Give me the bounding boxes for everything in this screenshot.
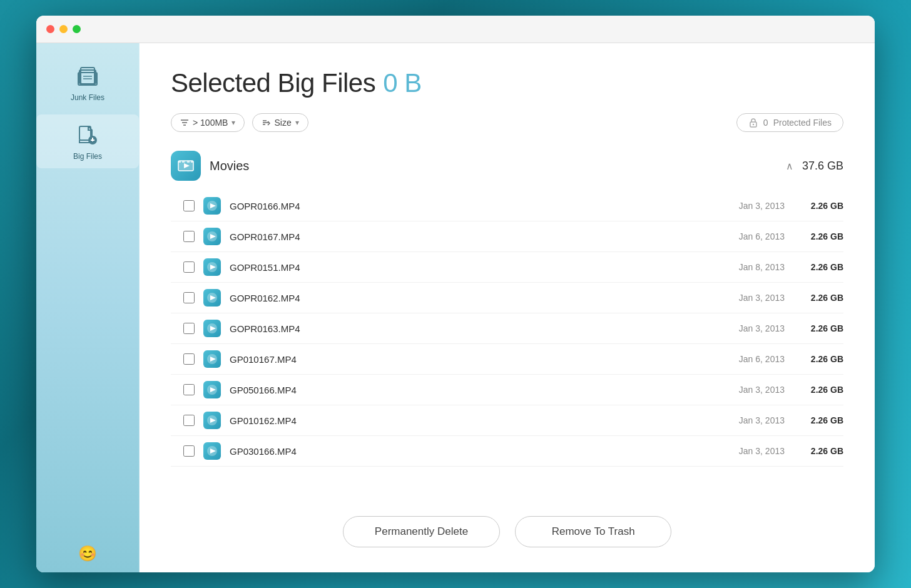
sort-chevron-icon: ▾ — [295, 118, 299, 127]
file-item: GOPR0166.MP4 Jan 3, 2013 2.26 GB — [171, 191, 843, 221]
file-checkbox-8[interactable] — [183, 445, 195, 457]
sort-label: Size — [274, 118, 291, 128]
protected-files-button[interactable]: 0 Protected Files — [736, 113, 843, 132]
file-item: GP010167.MP4 Jan 6, 2013 2.26 GB — [171, 344, 843, 375]
file-type-icon-6 — [203, 381, 221, 398]
file-size-5: 2.26 GB — [793, 354, 843, 364]
file-name-4: GOPR0163.MP4 — [230, 323, 701, 334]
file-name-0: GOPR0166.MP4 — [230, 201, 701, 211]
svg-rect-21 — [182, 161, 185, 163]
sidebar: Junk Files Big Files — [36, 43, 140, 572]
video-file-icon — [206, 261, 218, 273]
file-item: GOPR0167.MP4 Jan 6, 2013 2.26 GB — [171, 221, 843, 252]
file-date-4: Jan 3, 2013 — [710, 323, 785, 333]
file-date-8: Jan 3, 2013 — [710, 446, 785, 456]
traffic-lights — [46, 25, 81, 33]
file-checkbox-2[interactable] — [183, 261, 195, 273]
movies-category-icon — [177, 157, 195, 175]
page-title: Selected Big Files — [171, 68, 375, 98]
close-button[interactable] — [46, 25, 54, 33]
file-item: GOPR0163.MP4 Jan 3, 2013 2.26 GB — [171, 313, 843, 344]
file-checkbox-1[interactable] — [183, 231, 195, 242]
file-date-1: Jan 6, 2013 — [710, 231, 785, 241]
page-header: Selected Big Files 0 B — [171, 68, 843, 98]
svg-rect-22 — [187, 161, 190, 163]
svg-point-16 — [753, 124, 754, 125]
file-size-1: 2.26 GB — [793, 231, 843, 241]
permanently-delete-button[interactable]: Permanently Delete — [343, 516, 500, 547]
file-type-icon-3 — [203, 289, 221, 307]
big-files-icon-container — [74, 122, 101, 150]
sort-button[interactable]: Size ▾ — [252, 113, 308, 132]
filter-label: > 100MB — [193, 118, 228, 128]
sidebar-item-big-files[interactable]: Big Files — [36, 114, 139, 168]
file-size-6: 2.26 GB — [793, 385, 843, 395]
file-checkbox-5[interactable] — [183, 353, 195, 365]
file-checkbox-7[interactable] — [183, 415, 195, 426]
file-name-6: GP050166.MP4 — [230, 385, 701, 395]
video-file-icon — [206, 323, 218, 334]
filter-button[interactable]: > 100MB ▾ — [171, 113, 245, 132]
sidebar-item-junk-files-label: Junk Files — [71, 93, 104, 102]
sidebar-bottom: 😊 — [78, 545, 97, 572]
protected-files-label: Protected Files — [773, 118, 832, 128]
lock-icon — [748, 118, 758, 128]
titlebar — [36, 16, 875, 43]
junk-files-icon-container — [74, 63, 101, 91]
file-size-4: 2.26 GB — [793, 323, 843, 333]
file-item: GP010162.MP4 Jan 3, 2013 2.26 GB — [171, 405, 843, 436]
file-type-icon-5 — [203, 350, 221, 368]
file-checkbox-4[interactable] — [183, 323, 195, 334]
filter-chevron-icon: ▾ — [232, 118, 235, 127]
file-date-0: Jan 3, 2013 — [710, 201, 785, 211]
file-type-icon-7 — [203, 412, 221, 429]
file-type-icon-4 — [203, 320, 221, 337]
sidebar-item-junk-files[interactable]: Junk Files — [36, 56, 139, 109]
file-item: GP030166.MP4 Jan 3, 2013 2.26 GB — [171, 436, 843, 467]
file-items-container: GOPR0166.MP4 Jan 3, 2013 2.26 GB GOPR016… — [171, 191, 843, 467]
file-date-3: Jan 3, 2013 — [710, 293, 785, 303]
file-type-icon-0 — [203, 197, 221, 215]
minimize-button[interactable] — [59, 25, 68, 33]
file-checkbox-6[interactable] — [183, 384, 195, 395]
sidebar-item-big-files-label: Big Files — [73, 152, 102, 161]
file-list: Movies ∧ 37.6 GB GOPR0166.MP4 Jan 3, 201… — [171, 151, 843, 501]
maximize-button[interactable] — [73, 25, 81, 33]
file-type-icon-1 — [203, 228, 221, 245]
video-file-icon — [206, 292, 218, 303]
main-content: Junk Files Big Files — [36, 43, 875, 572]
file-name-1: GOPR0167.MP4 — [230, 231, 701, 242]
video-file-icon — [206, 200, 218, 211]
remove-to-trash-button[interactable]: Remove To Trash — [515, 516, 671, 547]
toolbar: > 100MB ▾ Size ▾ — [171, 113, 843, 132]
content-area: Selected Big Files 0 B > 100MB ▾ — [140, 43, 875, 572]
category-name: Movies — [210, 159, 772, 173]
file-date-2: Jan 8, 2013 — [710, 262, 785, 272]
category-icon — [171, 151, 201, 181]
file-checkbox-0[interactable] — [183, 200, 195, 211]
file-date-6: Jan 3, 2013 — [710, 385, 785, 395]
page-size: 0 B — [383, 68, 422, 98]
file-checkbox-3[interactable] — [183, 292, 195, 303]
big-files-icon — [76, 124, 99, 148]
file-size-2: 2.26 GB — [793, 262, 843, 272]
category-size: 37.6 GB — [802, 160, 843, 173]
svg-rect-23 — [191, 161, 193, 163]
file-item: GP050166.MP4 Jan 3, 2013 2.26 GB — [171, 375, 843, 405]
sort-icon — [262, 118, 270, 127]
file-type-icon-8 — [203, 442, 221, 460]
video-file-icon — [206, 231, 218, 242]
category-collapse-icon[interactable]: ∧ — [786, 160, 793, 172]
bottom-actions: Permanently Delete Remove To Trash — [171, 501, 843, 547]
protected-files-count: 0 — [763, 118, 768, 128]
file-name-8: GP030166.MP4 — [230, 446, 701, 457]
file-name-3: GOPR0162.MP4 — [230, 293, 701, 303]
file-name-7: GP010162.MP4 — [230, 415, 701, 426]
video-file-icon — [206, 445, 218, 457]
file-date-7: Jan 3, 2013 — [710, 415, 785, 425]
file-name-5: GP010167.MP4 — [230, 354, 701, 365]
file-size-3: 2.26 GB — [793, 293, 843, 303]
file-item: GOPR0162.MP4 Jan 3, 2013 2.26 GB — [171, 283, 843, 313]
file-name-2: GOPR0151.MP4 — [230, 262, 701, 273]
file-item: GOPR0151.MP4 Jan 8, 2013 2.26 GB — [171, 252, 843, 283]
